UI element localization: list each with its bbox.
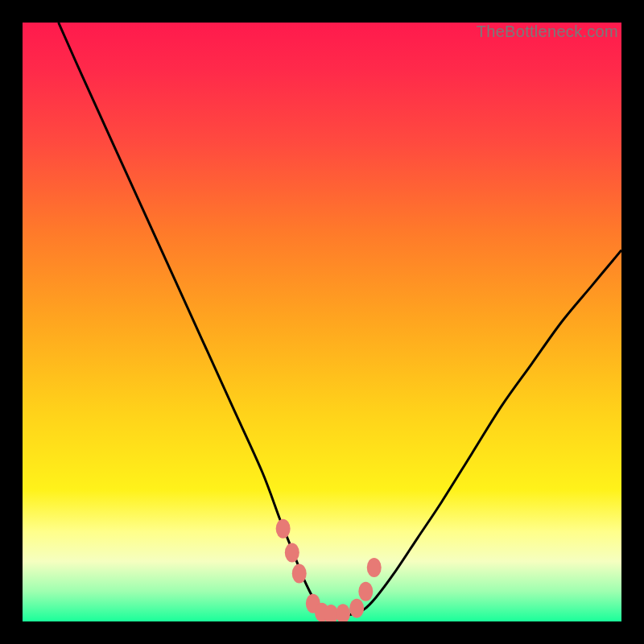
curve-marker [276, 519, 291, 539]
curve-markers [276, 519, 382, 621]
curve-marker [358, 582, 373, 601]
watermark-text: TheBottleneck.com [477, 23, 618, 41]
bottleneck-curve-svg [23, 23, 621, 621]
curve-marker [349, 599, 364, 618]
bottleneck-curve-path [59, 23, 621, 616]
plot-area [23, 23, 621, 621]
curve-marker [285, 543, 299, 562]
curve-marker [367, 558, 382, 577]
curve-marker [336, 604, 350, 621]
chart-frame: TheBottleneck.com [0, 0, 644, 644]
curve-marker [292, 564, 307, 583]
